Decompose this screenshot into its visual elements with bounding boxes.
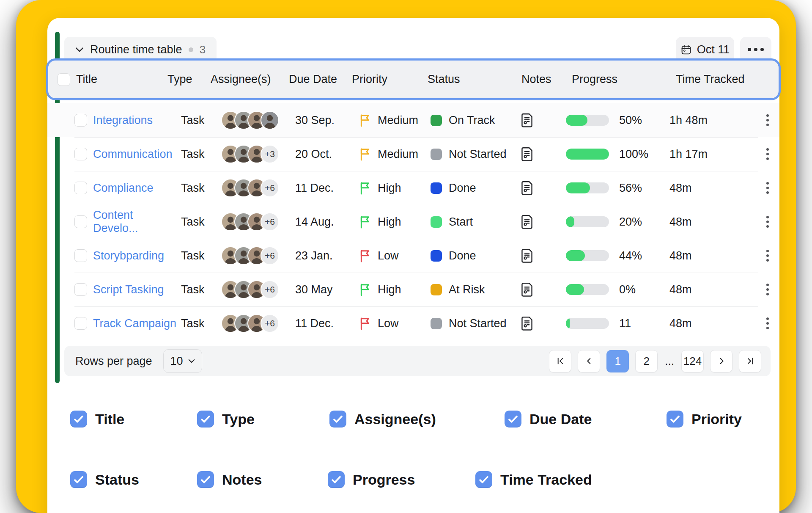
checked-checkbox-icon[interactable] <box>328 471 345 488</box>
table-header-highlight: Title Type Assignee(s) Due Date Priority… <box>46 58 781 100</box>
toggle-notes[interactable]: Notes <box>197 471 262 488</box>
page-button-1[interactable]: 1 <box>606 350 629 372</box>
last-page-button[interactable] <box>739 350 761 372</box>
assignee-avatars[interactable]: +6 <box>221 212 295 231</box>
toggle-assignees[interactable]: Assignee(s) <box>329 411 436 428</box>
assignee-avatars[interactable]: +3 <box>221 145 295 163</box>
checked-checkbox-icon[interactable] <box>329 411 346 428</box>
row-checkbox[interactable] <box>74 317 87 330</box>
row-menu-button[interactable] <box>749 182 779 194</box>
row-menu-button[interactable] <box>749 216 779 228</box>
row-menu-button[interactable] <box>749 250 779 262</box>
notes-icon[interactable] <box>520 316 534 331</box>
col-title[interactable]: Title <box>76 73 167 86</box>
row-menu-button[interactable] <box>749 317 779 329</box>
progress-track <box>566 216 609 227</box>
time-tracked: 48m <box>669 317 749 330</box>
notes-icon[interactable] <box>520 214 534 229</box>
row-menu-button[interactable] <box>749 148 779 160</box>
status-cell: Not Started <box>431 148 520 161</box>
toggle-status[interactable]: Status <box>70 471 139 488</box>
rows-per-page-select[interactable]: 10 <box>163 349 202 373</box>
notes-icon[interactable] <box>520 146 534 162</box>
checked-checkbox-icon[interactable] <box>70 411 87 428</box>
progress-label: 0% <box>619 283 636 296</box>
row-checkbox[interactable] <box>74 148 87 160</box>
task-title-link[interactable]: Track Campaign <box>93 317 181 330</box>
task-title-link[interactable]: Script Tasking <box>93 283 181 296</box>
priority-label: Medium <box>378 148 418 161</box>
col-assignees[interactable]: Assignee(s) <box>211 73 289 86</box>
assignee-avatars[interactable]: +6 <box>221 246 295 265</box>
col-priority[interactable]: Priority <box>352 73 428 86</box>
toggle-progress[interactable]: Progress <box>328 471 415 488</box>
task-title-link[interactable]: Compliance <box>93 182 181 195</box>
row-menu-button[interactable] <box>749 114 779 126</box>
assignee-avatars[interactable]: +6 <box>221 280 295 299</box>
col-notes[interactable]: Notes <box>521 73 572 86</box>
status-cell: Not Started <box>431 317 520 330</box>
progress-cell: 50% <box>566 114 669 127</box>
notes-icon[interactable] <box>520 248 534 263</box>
toggle-priority[interactable]: Priority <box>667 411 742 428</box>
col-status[interactable]: Status <box>428 73 521 86</box>
checked-checkbox-icon[interactable] <box>667 411 683 428</box>
select-all-checkbox[interactable] <box>58 73 70 86</box>
task-type: Task <box>181 148 221 161</box>
table-row: Storybparding Task +6 23 Jan. Low Done <box>47 239 779 273</box>
col-type[interactable]: Type <box>167 73 211 86</box>
table-row: Script Tasking Task +6 30 May High At Ri… <box>47 273 779 306</box>
flag-icon <box>359 147 371 161</box>
toggle-title[interactable]: Title <box>70 411 124 428</box>
row-menu-button[interactable] <box>749 284 779 295</box>
row-checkbox[interactable] <box>74 114 87 127</box>
page-button-2[interactable]: 2 <box>635 350 658 372</box>
prev-page-button[interactable] <box>578 350 600 372</box>
notes-icon[interactable] <box>520 282 534 297</box>
task-title-link[interactable]: Integrations <box>93 114 181 127</box>
checked-checkbox-icon[interactable] <box>475 471 492 488</box>
row-checkbox[interactable] <box>74 249 87 262</box>
priority-label: Low <box>378 317 399 330</box>
priority-label: High <box>378 283 401 296</box>
toggle-due-date[interactable]: Due Date <box>505 411 592 428</box>
progress-track <box>566 318 609 329</box>
notes-icon[interactable] <box>520 113 534 128</box>
checked-checkbox-icon[interactable] <box>197 471 214 488</box>
toggle-time-tracked[interactable]: Time Tracked <box>475 471 592 488</box>
checked-checkbox-icon[interactable] <box>70 471 87 488</box>
checked-checkbox-icon[interactable] <box>505 411 521 428</box>
col-progress[interactable]: Progress <box>572 73 676 86</box>
status-label: At Risk <box>449 283 485 296</box>
progress-track <box>566 149 609 160</box>
row-checkbox[interactable] <box>74 182 87 194</box>
status-cell: Done <box>431 249 520 262</box>
col-due-date[interactable]: Due Date <box>289 73 352 86</box>
task-title-link[interactable]: Storybparding <box>93 249 181 262</box>
priority-label: Low <box>378 249 399 262</box>
pagination: 1 2 ... 124 <box>549 350 761 372</box>
notes-icon[interactable] <box>520 180 534 196</box>
progress-cell: 11 <box>566 317 669 330</box>
checked-checkbox-icon[interactable] <box>197 411 214 428</box>
progress-cell: 0% <box>566 283 669 296</box>
priority-label: High <box>378 182 401 195</box>
progress-label: 44% <box>619 249 642 262</box>
assignee-avatars[interactable] <box>221 111 295 130</box>
page-button-last[interactable]: 124 <box>681 350 704 372</box>
time-tracked: 1h 17m <box>669 148 749 161</box>
status-chip <box>431 250 442 262</box>
assignee-avatars[interactable]: +6 <box>221 179 295 197</box>
due-date: 14 Aug. <box>295 215 359 229</box>
task-title-link[interactable]: Content Develo... <box>93 209 181 235</box>
first-page-button[interactable] <box>549 350 571 372</box>
task-title-link[interactable]: Communication <box>93 148 181 161</box>
assignee-avatars[interactable]: +6 <box>221 314 295 333</box>
row-checkbox[interactable] <box>74 283 87 296</box>
time-tracked: 48m <box>669 283 749 296</box>
next-page-button[interactable] <box>710 350 732 372</box>
time-tracked: 48m <box>669 249 749 262</box>
toggle-type[interactable]: Type <box>197 411 255 428</box>
row-checkbox[interactable] <box>74 215 87 228</box>
col-time-tracked[interactable]: Time Tracked <box>676 73 779 86</box>
